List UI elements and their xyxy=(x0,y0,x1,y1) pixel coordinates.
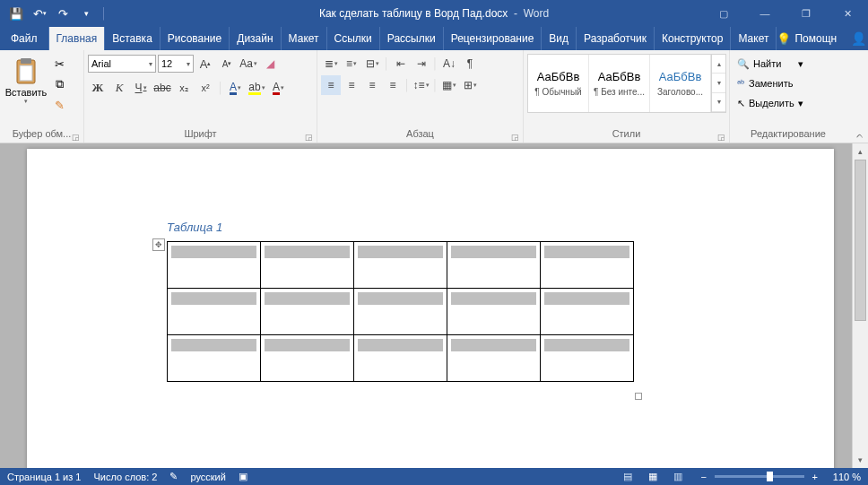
tell-me-bulb-icon[interactable]: 💡 xyxy=(777,32,791,46)
align-left-icon[interactable]: ≡ xyxy=(321,75,341,95)
status-page[interactable]: Страница 1 из 1 xyxy=(7,472,81,482)
web-layout-icon[interactable]: ▥ xyxy=(670,471,686,482)
styles-expand-icon[interactable]: ▾ xyxy=(712,93,725,112)
sort-icon[interactable]: A↓ xyxy=(439,54,459,74)
document-viewport[interactable]: Таблица 1 ✥ xyxy=(0,143,852,468)
tab-layout[interactable]: Макет xyxy=(282,27,327,50)
tab-table-design[interactable]: Конструктор xyxy=(655,27,731,50)
style-normal[interactable]: АаБбВв ¶ Обычный xyxy=(528,55,589,112)
spellcheck-icon[interactable]: ✎ xyxy=(169,471,178,482)
zoom-slider[interactable] xyxy=(715,475,804,478)
vertical-scrollbar[interactable]: ▴ ▾ xyxy=(852,143,868,468)
tell-me-label[interactable]: Помощн xyxy=(794,32,837,45)
macro-record-icon[interactable]: ▣ xyxy=(239,471,247,482)
print-layout-icon[interactable]: ▦ xyxy=(645,471,661,482)
shading-icon[interactable]: ▦▾ xyxy=(439,75,459,95)
tab-home[interactable]: Главная xyxy=(49,27,106,50)
paragraph-dialog-launcher-icon[interactable]: ◲ xyxy=(510,133,519,142)
bullets-icon[interactable]: ≣▾ xyxy=(321,54,341,74)
select-button[interactable]: ↖ Выделить▾ xyxy=(733,94,807,112)
restore-icon[interactable]: ❐ xyxy=(786,0,827,27)
grow-font-icon[interactable]: A▴ xyxy=(195,54,215,74)
clipboard-icon xyxy=(12,56,40,85)
borders-icon[interactable]: ⊞▾ xyxy=(460,75,480,95)
tab-design[interactable]: Дизайн xyxy=(230,27,281,50)
align-center-icon[interactable]: ≡ xyxy=(342,75,361,95)
styles-gallery[interactable]: АаБбВв ¶ Обычный АаБбВв ¶ Без инте... Аа… xyxy=(527,54,726,113)
share-icon[interactable]: 👤 xyxy=(851,31,866,46)
collapse-ribbon-icon[interactable]: ᨈ xyxy=(856,130,864,141)
replace-button[interactable]: ᵃᵇ Заменить xyxy=(733,74,807,92)
zoom-out-icon[interactable]: − xyxy=(699,472,709,482)
group-clipboard-label: Буфер обм... ◲ xyxy=(0,128,83,143)
decrease-indent-icon[interactable]: ⇤ xyxy=(391,54,411,74)
line-spacing-icon[interactable]: ↕≡▾ xyxy=(412,75,431,95)
font-name-combo[interactable]: Arial▾ xyxy=(88,55,156,73)
shrink-font-icon[interactable]: A▾ xyxy=(217,54,237,74)
text-effects-icon[interactable]: A▾ xyxy=(226,78,246,98)
group-styles-label: Стили ◲ xyxy=(524,128,729,143)
highlight-icon[interactable]: ab▾ xyxy=(247,78,267,98)
select-arrow-icon: ↖ xyxy=(737,98,745,109)
find-button[interactable]: 🔍 Найти▾ xyxy=(733,55,807,73)
ribbon-display-icon[interactable]: ▢ xyxy=(703,0,744,27)
underline-button[interactable]: Ч▾ xyxy=(131,78,151,98)
minimize-icon[interactable]: — xyxy=(744,0,786,27)
bold-button[interactable]: Ж xyxy=(88,78,108,98)
paste-button[interactable]: Вставить ▾ xyxy=(4,53,48,105)
tab-draw[interactable]: Рисование xyxy=(161,27,230,50)
italic-button[interactable]: К xyxy=(109,78,129,98)
redo-icon[interactable]: ↷ xyxy=(52,3,74,24)
close-icon[interactable]: ✕ xyxy=(827,0,868,27)
read-mode-icon[interactable]: ▤ xyxy=(620,471,636,482)
copy-icon[interactable]: ⧉ xyxy=(50,75,68,93)
style-heading1[interactable]: АаБбВв Заголово... xyxy=(650,55,711,112)
zoom-level[interactable]: 110 % xyxy=(833,472,861,482)
clear-formatting-icon[interactable]: ◢ xyxy=(260,54,280,74)
change-case-icon[interactable]: Aa▾ xyxy=(239,54,258,74)
align-right-icon[interactable]: ≡ xyxy=(362,75,382,95)
font-color-icon[interactable]: A▾ xyxy=(269,78,289,98)
scroll-down-icon[interactable]: ▾ xyxy=(853,452,868,468)
styles-scroll-up-icon[interactable]: ▴ xyxy=(712,55,725,74)
clipboard-dialog-launcher-icon[interactable]: ◲ xyxy=(71,133,80,142)
group-paragraph-label: Абзац ◲ xyxy=(317,128,523,143)
styles-scroll-down-icon[interactable]: ▾ xyxy=(712,74,725,92)
justify-icon[interactable]: ≡ xyxy=(383,75,403,95)
multilevel-list-icon[interactable]: ⊟▾ xyxy=(362,54,382,74)
table-caption[interactable]: Таблица 1 xyxy=(167,221,834,234)
status-word-count[interactable]: Число слов: 2 xyxy=(93,472,157,482)
show-marks-icon[interactable]: ¶ xyxy=(460,54,480,74)
scroll-thumb[interactable] xyxy=(855,160,866,321)
style-no-spacing[interactable]: АаБбВв ¶ Без инте... xyxy=(589,55,650,112)
font-dialog-launcher-icon[interactable]: ◲ xyxy=(304,133,313,142)
qat-customize-icon[interactable]: ▾ xyxy=(75,3,97,24)
table-move-handle-icon[interactable]: ✥ xyxy=(152,238,165,251)
tab-file[interactable]: Файл xyxy=(0,27,49,50)
cut-icon[interactable]: ✂ xyxy=(50,55,68,73)
format-painter-icon[interactable]: ✎ xyxy=(50,96,68,114)
window-title: Как сделать таблицу в Ворд Пад.docx - Wo… xyxy=(319,7,549,20)
tab-review[interactable]: Рецензирование xyxy=(444,27,542,50)
table-resize-handle-icon[interactable] xyxy=(635,393,642,400)
zoom-in-icon[interactable]: + xyxy=(810,472,820,482)
document-table[interactable] xyxy=(167,241,634,382)
superscript-button[interactable]: x² xyxy=(195,78,215,98)
undo-icon[interactable]: ↶▾ xyxy=(29,3,50,24)
styles-dialog-launcher-icon[interactable]: ◲ xyxy=(716,133,725,142)
page[interactable]: Таблица 1 ✥ xyxy=(27,149,834,468)
tab-insert[interactable]: Вставка xyxy=(105,27,161,50)
tab-table-layout[interactable]: Макет xyxy=(731,27,777,50)
tab-developer[interactable]: Разработчик xyxy=(577,27,655,50)
save-icon[interactable]: 💾 xyxy=(5,3,27,24)
strikethrough-button[interactable]: abc xyxy=(152,78,172,98)
increase-indent-icon[interactable]: ⇥ xyxy=(412,54,431,74)
tab-view[interactable]: Вид xyxy=(542,27,577,50)
tab-references[interactable]: Ссылки xyxy=(327,27,380,50)
numbering-icon[interactable]: ≡▾ xyxy=(342,54,361,74)
font-size-combo[interactable]: 12▾ xyxy=(158,55,194,73)
scroll-up-icon[interactable]: ▴ xyxy=(853,143,868,160)
status-language[interactable]: русский xyxy=(190,472,225,482)
subscript-button[interactable]: x₂ xyxy=(174,78,194,98)
tab-mailings[interactable]: Рассылки xyxy=(380,27,444,50)
